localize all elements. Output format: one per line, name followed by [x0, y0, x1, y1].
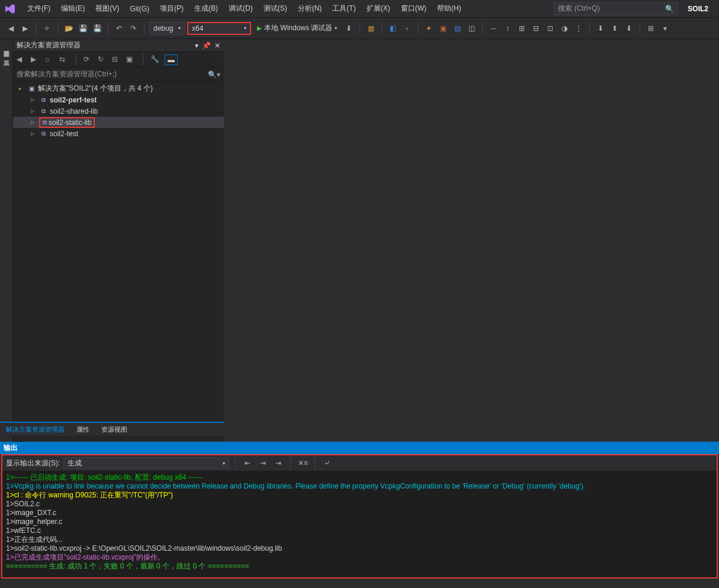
ptb-fwd-icon[interactable]: ▶: [31, 55, 40, 65]
config-value: debug: [153, 24, 173, 33]
tb-icon-17[interactable]: ⬆: [609, 23, 621, 34]
new-item-icon[interactable]: ✧: [41, 23, 53, 34]
menu-window[interactable]: 窗口(W): [396, 1, 431, 16]
menu-analyze[interactable]: 分析(N): [293, 1, 327, 16]
output-line: 1>wfETC.c: [6, 526, 713, 535]
open-icon[interactable]: 📂: [63, 23, 75, 34]
tree-root[interactable]: ▸ ▣ 解决方案"SOIL2"(4 个项目，共 4 个): [13, 83, 224, 94]
chevron-icon[interactable]: ▷: [31, 131, 37, 136]
config-dropdown[interactable]: debug▾: [149, 22, 185, 35]
save-all-icon[interactable]: 💾: [91, 23, 103, 34]
tab-server-explorer[interactable]: 服务器资源管理器: [1, 44, 12, 49]
ptb-sync-icon[interactable]: ⟳: [84, 55, 93, 65]
panel-title-text: 解决方案资源管理器: [17, 40, 81, 50]
menu-test[interactable]: 测试(S): [259, 1, 292, 16]
solution-name-label: SOIL2: [679, 2, 717, 15]
undo-icon[interactable]: ↶: [113, 23, 125, 34]
cpp-project-icon: ⧉: [40, 118, 49, 127]
tab-solution-explorer[interactable]: 解决方案资源管理器: [0, 423, 70, 436]
tab-toolbox[interactable]: 工具箱: [1, 53, 12, 58]
close-icon[interactable]: ✕: [214, 41, 220, 50]
tb-icon-11[interactable]: ⊞: [516, 23, 528, 34]
start-debugging-button[interactable]: ▶ 本地 Windows 调试器 ▾: [253, 23, 341, 33]
project-row-0[interactable]: ▷ ⧉ soil2-perf-test: [13, 94, 224, 105]
tb-icon-8[interactable]: ◫: [466, 23, 477, 34]
tb-icon-16[interactable]: ⬇: [595, 23, 606, 34]
ptb-switch-icon[interactable]: ⇆: [59, 55, 69, 65]
output-wrap-icon[interactable]: ⤶: [321, 457, 333, 469]
solution-explorer-panel: 解决方案资源管理器 ▾ 📌 ✕ ◀ ▶ ⌂ ⇆ ⟳ ↻ ⊟ ▣ 🔧 ▬ 搜索解决…: [13, 39, 224, 442]
tb-icon-9[interactable]: ↔: [487, 23, 499, 34]
menu-project[interactable]: 项目(P): [155, 1, 188, 16]
ptb-home-icon[interactable]: ⌂: [45, 55, 54, 65]
search-input[interactable]: 搜索 (Ctrl+Q) 🔍: [554, 2, 678, 15]
menu-debug[interactable]: 调试(D): [224, 1, 258, 16]
output-text[interactable]: 1>------ 已启动生成: 项目: soil2-static-lib, 配置…: [2, 471, 717, 577]
panel-title: 解决方案资源管理器 ▾ 📌 ✕: [13, 39, 224, 52]
tb-icon-3[interactable]: ◧: [387, 23, 399, 34]
output-source-dropdown[interactable]: 生成 ▾: [63, 457, 229, 469]
tb-icon-2[interactable]: ▦: [365, 23, 377, 34]
output-line: 1>soil2-static-lib.vcxproj -> E:\OpenGL\…: [6, 544, 713, 553]
tb-icon-4[interactable]: ▫: [401, 23, 413, 34]
menu-view[interactable]: 视图(V): [91, 1, 124, 16]
chevron-icon[interactable]: ▷: [31, 97, 37, 102]
ptb-properties-icon[interactable]: 🔧: [150, 55, 160, 65]
output-next-icon[interactable]: ⇥: [272, 457, 284, 469]
tb-icon-5[interactable]: ✦: [423, 23, 435, 34]
ptb-collapse-icon[interactable]: ⊟: [112, 55, 121, 65]
menu-edit[interactable]: 编辑(E): [56, 1, 89, 16]
search-icon: 🔍: [665, 5, 674, 13]
autohide-icon[interactable]: ▾: [195, 41, 198, 50]
menu-file[interactable]: 文件(F): [23, 1, 55, 16]
tb-icon-13[interactable]: ⊡: [544, 23, 556, 34]
tb-icon-20[interactable]: ▾: [659, 23, 671, 34]
chevron-down-icon[interactable]: ▸: [19, 86, 25, 91]
menu-extensions[interactable]: 扩展(X): [362, 1, 395, 16]
forward-icon[interactable]: ▶: [19, 23, 31, 34]
panel-search-input[interactable]: 搜索解决方案资源管理器(Ctrl+;) 🔍▾: [13, 68, 224, 82]
tb-icon-19[interactable]: ⊞: [645, 23, 657, 34]
output-prev-icon[interactable]: ⇥: [257, 457, 269, 469]
menu-tools[interactable]: 工具(T): [328, 1, 360, 16]
output-find-icon[interactable]: ⇤: [242, 457, 253, 469]
menu-build[interactable]: 生成(B): [190, 1, 223, 16]
tb-icon-1[interactable]: ⬇: [343, 23, 355, 34]
ptb-preview-icon[interactable]: ▬: [165, 54, 178, 65]
output-line: 1>SOIL2.c: [6, 500, 713, 509]
ptb-showall-icon[interactable]: ▣: [126, 55, 136, 65]
pin-icon[interactable]: 📌: [202, 41, 211, 50]
save-icon[interactable]: 💾: [77, 23, 89, 34]
redo-icon[interactable]: ↷: [127, 23, 139, 34]
standard-toolbar: ◀ ▶ ✧ 📂 💾 💾 ↶ ↷ debug▾ x64▾ ▶ 本地 Windows…: [0, 18, 719, 39]
menu-git[interactable]: Git(G): [125, 2, 154, 15]
project-row-3[interactable]: ▷ ⧉ soil2-test: [13, 128, 224, 139]
cpp-project-icon: ⧉: [39, 130, 47, 138]
menu-help[interactable]: 帮助(H): [432, 1, 466, 16]
project-row-1[interactable]: ▷ ⧉ soil2-shared-lib: [13, 105, 224, 117]
ptb-back-icon[interactable]: ◀: [17, 55, 26, 65]
search-placeholder: 搜索 (Ctrl+Q): [558, 4, 599, 14]
panel-bottom-tabs: 解决方案资源管理器 属性 资源视图: [0, 422, 224, 436]
tab-resource-view[interactable]: 资源视图: [95, 423, 133, 436]
tb-icon-7[interactable]: ▤: [451, 23, 463, 34]
vs-logo-icon: [2, 1, 18, 17]
output-line: 1>cl : 命令行 warning D9025: 正在重写"/TC"(用"/T…: [6, 491, 713, 500]
ptb-refresh-icon[interactable]: ↻: [98, 55, 107, 65]
chevron-icon[interactable]: ▷: [31, 108, 37, 114]
panel-toolbar: ◀ ▶ ⌂ ⇆ ⟳ ↻ ⊟ ▣ 🔧 ▬: [13, 52, 224, 68]
back-icon[interactable]: ◀: [5, 23, 17, 34]
tb-icon-15[interactable]: ⋮: [573, 23, 585, 34]
tb-icon-14[interactable]: ◑: [558, 23, 570, 34]
platform-dropdown[interactable]: x64▾: [187, 22, 251, 35]
tb-icon-6[interactable]: ▣: [437, 23, 449, 34]
tab-properties[interactable]: 属性: [70, 423, 95, 436]
left-toolwindow-tabs: 服务器资源管理器 工具箱: [0, 39, 13, 442]
tb-icon-12[interactable]: ⊟: [530, 23, 542, 34]
tb-icon-18[interactable]: ⬇: [623, 23, 635, 34]
chevron-icon[interactable]: ▷: [31, 120, 37, 125]
tb-icon-10[interactable]: ↕: [502, 23, 513, 34]
output-clear-icon[interactable]: ✕≡: [297, 457, 309, 469]
project-row-2[interactable]: ▷ ⧉ soil2-static-lib: [13, 117, 224, 128]
output-line: ========== 生成: 成功 1 个，失败 0 个，最新 0 个，跳过 0…: [6, 562, 713, 571]
